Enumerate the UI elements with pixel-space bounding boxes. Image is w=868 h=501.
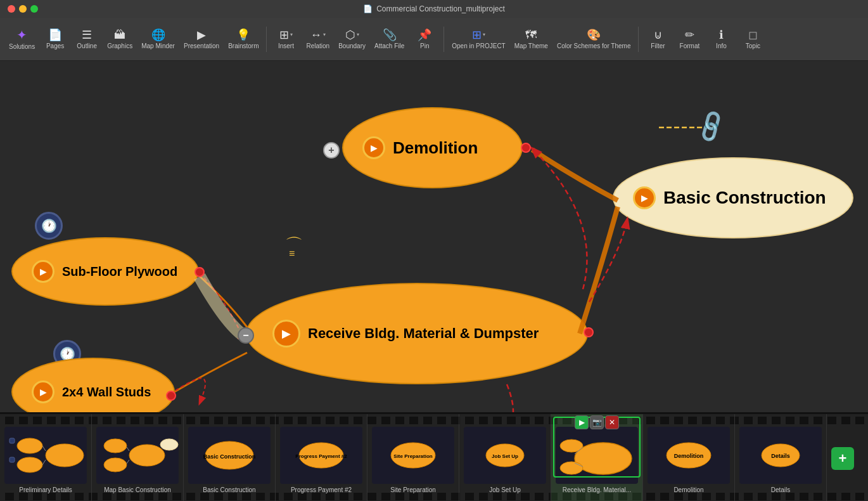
toolbar-boundary[interactable]: ⬡ ▾ Boundary (335, 27, 369, 52)
thumbnails-container: Preliminary Details Map Basic Constructi… (0, 414, 868, 501)
svg-rect-6 (10, 438, 15, 443)
divider-2 (444, 27, 444, 52)
outline-icon: ☰ (82, 29, 92, 41)
toolbar-filter[interactable]: ⊍ Filter (642, 27, 673, 52)
svg-rect-7 (10, 457, 15, 462)
thumb-demolition[interactable]: Demolition Demolition (643, 414, 735, 501)
svg-point-13 (160, 439, 178, 450)
thumb-label-site-preparation: Site Preparation (390, 486, 436, 493)
thumb-label-job-setup: Job Set Up (489, 486, 520, 493)
format-icon: ✏ (685, 29, 694, 41)
basic-construction-play-button[interactable]: ▶ (633, 186, 656, 209)
toolbar-pages[interactable]: 📄 Pages (40, 27, 70, 52)
svg-point-8 (129, 445, 165, 466)
thumb-close-button[interactable]: ✕ (605, 415, 619, 429)
toolbar-openinproject[interactable]: ⊞ ▾ Open in PROJECT (448, 27, 509, 52)
mapminder-icon: 🌐 (151, 29, 165, 41)
lines-decoration: ≡ (289, 248, 295, 259)
add-slide-button[interactable]: + (827, 414, 858, 501)
sub-floor-play-button[interactable]: ▶ (32, 260, 54, 283)
colorschemes-icon: 🎨 (587, 29, 601, 41)
toolbar-outline[interactable]: ☰ Outline (72, 27, 102, 52)
toolbar-info[interactable]: ℹ Info (706, 27, 736, 52)
thumb-receive-bldg[interactable]: ▶ 📷 ✕ Receive Bldg. Material... (551, 414, 643, 501)
demolition-label: Demolition (393, 138, 478, 158)
sub-floor-node[interactable]: ▶ Sub-Floor Plywood (11, 237, 199, 306)
graphics-icon: 🏔 (114, 29, 125, 41)
thumb-play-button[interactable]: ▶ (575, 415, 589, 429)
sub-floor-label: Sub-Floor Plywood (62, 264, 177, 279)
pin-label: Pin (420, 42, 429, 49)
receive-bldg-label: Receive Bldg. Material & Dumpster (308, 325, 539, 342)
toolbar-solutions[interactable]: ✦ Solutions (5, 26, 39, 53)
toolbar-graphics[interactable]: 🏔 Graphics (103, 27, 136, 52)
demolition-play-button[interactable]: ▶ (362, 136, 385, 159)
mapminder-label: Map Minder (141, 42, 175, 49)
toolbar-presentation[interactable]: ▶ Presentation (180, 27, 223, 52)
presentation-label: Presentation (184, 42, 219, 49)
svg-text:Site Preparation: Site Preparation (393, 453, 432, 459)
maptheme-icon: 🗺 (525, 29, 537, 41)
toolbar-relation[interactable]: ↔ ▾ Relation (302, 27, 333, 52)
svg-point-9 (104, 439, 127, 453)
clock-icon-1: 🕐 (35, 212, 63, 240)
thumb-details[interactable]: Details Details (735, 414, 827, 501)
toolbar-brainstorm[interactable]: 💡 Brainstorm (224, 27, 262, 52)
graphics-label: Graphics (107, 42, 132, 49)
thumb-site-preparation[interactable]: Site Preparation Site Preparation (367, 414, 459, 501)
thumb-preliminary-details[interactable]: Preliminary Details (0, 414, 92, 501)
openinproject-icon: ⊞ (472, 29, 482, 41)
toolbar-mapminder[interactable]: 🌐 Map Minder (137, 27, 179, 52)
thumb-map-basic-construction[interactable]: Map Basic Construction (92, 414, 184, 501)
attachfile-label: Attach File (374, 42, 404, 49)
insert-label: Insert (278, 42, 294, 49)
brainstorm-icon: 💡 (236, 29, 250, 41)
thumb-canvas-details: Details (739, 427, 822, 484)
wall-studs-play-button[interactable]: ▶ (32, 381, 54, 403)
add-topic-button[interactable]: + (323, 142, 340, 159)
thumb-basic-construction[interactable]: Basic Construction Basic Construction (184, 414, 276, 501)
boundary-icon: ⬡ (345, 29, 355, 41)
canvas[interactable]: ▶ Demolition ▶ Basic Construction 🕐 ▶ Su… (0, 61, 868, 412)
info-icon: ℹ (719, 29, 724, 41)
toolbar-insert[interactable]: ⊞ ▾ Insert (271, 27, 301, 52)
toolbar-maptheme[interactable]: 🗺 Map Theme (511, 27, 552, 52)
svg-point-3 (17, 457, 42, 472)
minimize-button[interactable] (19, 5, 27, 13)
connection-dot-4 (166, 391, 176, 401)
thumb-canvas-progress-payment: Progress Payment #2 (280, 427, 362, 484)
wall-studs-node[interactable]: ▶ 2x4 Wall Studs (11, 358, 175, 412)
topic-icon: ◻ (748, 29, 758, 41)
titlebar: 📄 Commercial Construction_multiproject (0, 0, 868, 18)
demolition-node[interactable]: ▶ Demolition (342, 107, 523, 188)
colorschemes-label: Color Schemes for Theme (557, 42, 631, 49)
thumb-job-setup[interactable]: Job Set Up Job Set Up (459, 414, 551, 501)
thumb-progress-payment[interactable]: Progress Payment #2 Progress Payment #2 (276, 414, 367, 501)
wall-studs-label: 2x4 Wall Studs (62, 385, 151, 400)
maptheme-label: Map Theme (514, 42, 548, 49)
relation-icon: ↔ (310, 29, 322, 41)
receive-bldg-play-button[interactable]: ▶ (272, 320, 300, 348)
receive-bldg-node[interactable]: ▶ Receive Bldg. Material & Dumpster (246, 283, 588, 384)
thumb-canvas-map-basic (96, 427, 179, 484)
svg-text:Progress Payment #2: Progress Payment #2 (295, 453, 347, 459)
basic-construction-node[interactable]: ▶ Basic Construction (613, 157, 853, 238)
close-button[interactable] (8, 5, 15, 13)
toolbar-attachfile[interactable]: 📎 Attach File (371, 27, 408, 52)
boundary-label: Boundary (338, 42, 366, 49)
toolbar-colorschemes[interactable]: 🎨 Color Schemes for Theme (553, 27, 635, 52)
toolbar-topic[interactable]: ◻ Topic (737, 27, 768, 52)
solutions-icon: ✦ (16, 29, 27, 41)
toolbar-pin[interactable]: 📌 Pin (409, 27, 440, 52)
toolbar-format[interactable]: ✏ Format (674, 27, 705, 52)
insert-icon: ⊞ (279, 29, 289, 41)
basic-construction-label: Basic Construction (663, 188, 826, 208)
thumb-label-details: Details (771, 486, 791, 493)
attachfile-icon: 📎 (383, 29, 397, 41)
svg-line-5 (42, 460, 46, 465)
collapse-button[interactable]: − (238, 327, 254, 344)
brainstorm-label: Brainstorm (228, 42, 258, 49)
svg-text:Demolition: Demolition (674, 453, 704, 459)
maximize-button[interactable] (30, 5, 38, 13)
thumb-camera-button[interactable]: 📷 (590, 415, 604, 429)
